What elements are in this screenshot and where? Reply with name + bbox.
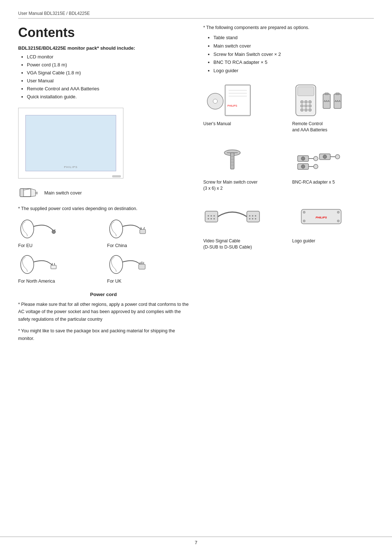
svg-text:AAA: AAA bbox=[324, 99, 330, 103]
cord-china: For China bbox=[107, 216, 189, 248]
left-column: Contents BDL3215E/BDL4225E monitor pack*… bbox=[18, 25, 189, 347]
list-item: User Manual bbox=[27, 77, 189, 85]
svg-point-86 bbox=[337, 211, 339, 213]
accessory-remote: AAA AAA Remote Controland AAA Batteries bbox=[292, 82, 374, 133]
svg-point-80 bbox=[252, 218, 253, 219]
svg-point-42 bbox=[309, 108, 311, 111]
svg-point-41 bbox=[305, 108, 307, 111]
cord-na-icon bbox=[18, 252, 58, 277]
pack-list: LCD monitor Power cord (1.8 m) VGA Signa… bbox=[18, 53, 189, 101]
page-footer: 7 bbox=[0, 537, 392, 545]
svg-point-61 bbox=[323, 155, 327, 159]
accessory-cable-label: Video Signal Cable(D-SUB to D-SUB Cable) bbox=[203, 238, 252, 250]
svg-point-30 bbox=[213, 99, 217, 103]
logo-icon: PHILIPS bbox=[294, 200, 348, 235]
monitor-screen: PHILIPS bbox=[25, 115, 116, 171]
cord-uk: For UK bbox=[107, 252, 189, 284]
svg-point-77 bbox=[252, 215, 253, 217]
svg-rect-69 bbox=[247, 211, 260, 222]
cord-na-label: For North America bbox=[18, 279, 55, 284]
svg-point-34 bbox=[301, 100, 303, 103]
cord-china-icon bbox=[107, 216, 147, 242]
svg-rect-16 bbox=[51, 265, 56, 269]
svg-rect-1 bbox=[20, 189, 24, 197]
cord-eu-icon bbox=[18, 216, 58, 242]
switch-cover-icon bbox=[18, 185, 39, 201]
page-title: Contents bbox=[18, 25, 189, 40]
header-title: User Manual BDL3215E / BDL4225E bbox=[18, 11, 90, 16]
switch-cover-row: Main switch cover bbox=[18, 185, 189, 201]
right-column: * The following components are prepared … bbox=[203, 25, 374, 250]
svg-text:PHILIPS: PHILIPS bbox=[228, 104, 237, 107]
supplied-cord-note: * The supplied power cord varies dependi… bbox=[18, 206, 189, 211]
svg-point-36 bbox=[309, 100, 311, 103]
svg-text:PHILIPS: PHILIPS bbox=[315, 216, 327, 219]
list-item: Screw for Main Switch cover × 2 bbox=[213, 50, 374, 59]
svg-point-35 bbox=[305, 100, 307, 103]
svg-point-37 bbox=[301, 104, 303, 107]
svg-rect-44 bbox=[325, 93, 328, 95]
switch-cover-label: Main switch cover bbox=[44, 190, 82, 196]
list-item: VGA Signal Cable (1.8 m) bbox=[27, 69, 189, 77]
cable-image bbox=[203, 200, 261, 236]
accessory-remote-label: Remote Controland AAA Batteries bbox=[292, 121, 327, 133]
svg-line-21 bbox=[140, 262, 140, 264]
svg-line-23 bbox=[143, 262, 144, 264]
cord-uk-icon bbox=[107, 252, 147, 277]
monitor-brand: PHILIPS bbox=[64, 165, 78, 169]
svg-point-81 bbox=[255, 218, 256, 219]
svg-point-78 bbox=[255, 215, 256, 217]
screw-icon bbox=[205, 142, 260, 176]
svg-point-57 bbox=[301, 157, 305, 160]
logo-image: PHILIPS bbox=[292, 200, 350, 236]
manual-icon: PHILIPS bbox=[205, 83, 260, 118]
bnc-image bbox=[292, 141, 350, 177]
power-cord-note-2: * You might like to save the package box… bbox=[18, 327, 189, 342]
svg-point-74 bbox=[211, 218, 212, 219]
accessory-logo: PHILIPS Logo guider bbox=[292, 200, 374, 250]
cord-uk-label: For UK bbox=[107, 279, 122, 284]
svg-point-40 bbox=[301, 108, 303, 111]
svg-rect-33 bbox=[298, 87, 314, 96]
accessory-manual: PHILIPS User's Manual bbox=[203, 82, 285, 133]
list-item: LCD monitor bbox=[27, 53, 189, 61]
power-cord-title: Power cord bbox=[18, 292, 189, 297]
svg-rect-20 bbox=[139, 264, 145, 269]
accessory-bnc-label: BNC-RCA adapter x 5 bbox=[292, 179, 335, 185]
page-header: User Manual BDL3215E / BDL4225E bbox=[18, 11, 374, 19]
svg-marker-4 bbox=[31, 189, 36, 197]
svg-point-76 bbox=[249, 215, 250, 217]
list-item: BNC TO RCA adapter × 5 bbox=[213, 58, 374, 67]
power-cord-section: Power cord * Please make sure that for a… bbox=[18, 292, 189, 342]
accessory-manual-label: User's Manual bbox=[203, 121, 231, 127]
cord-eu-label: For EU bbox=[18, 243, 33, 248]
cable-icon bbox=[203, 200, 261, 235]
cord-china-label: For China bbox=[107, 243, 127, 248]
monitor-foot bbox=[112, 175, 121, 177]
svg-point-75 bbox=[213, 218, 215, 219]
pack-intro: BDL3215E/BDL4225E monitor pack* should i… bbox=[18, 45, 189, 51]
accessory-bnc: BNC-RCA adapter x 5 bbox=[292, 141, 374, 192]
svg-point-70 bbox=[208, 215, 209, 217]
bnc-icon bbox=[294, 142, 348, 176]
remote-icon: AAA AAA bbox=[294, 83, 348, 118]
svg-point-73 bbox=[208, 218, 209, 219]
svg-line-14 bbox=[144, 227, 144, 229]
svg-point-63 bbox=[335, 155, 340, 159]
svg-rect-25 bbox=[226, 86, 250, 115]
svg-point-59 bbox=[314, 156, 318, 161]
svg-point-71 bbox=[211, 215, 212, 217]
options-note: * The following components are prepared … bbox=[203, 25, 374, 30]
svg-point-8 bbox=[52, 230, 56, 234]
svg-rect-68 bbox=[205, 211, 218, 222]
accessory-logo-label: Logo guider bbox=[292, 238, 315, 244]
svg-point-38 bbox=[305, 104, 307, 107]
accessory-screw: Screw for Main switch cover(3 x 6) x 2 bbox=[203, 141, 285, 192]
power-cord-note-1: * Please make sure that for all other re… bbox=[18, 301, 189, 323]
accessory-cable: Video Signal Cable(D-SUB to D-SUB Cable) bbox=[203, 200, 285, 250]
remote-image: AAA AAA bbox=[292, 82, 350, 119]
accessory-screw-label: Screw for Main switch cover(3 x 6) x 2 bbox=[203, 179, 257, 192]
options-list: Table stand Main switch cover Screw for … bbox=[203, 34, 374, 75]
svg-text:AAA: AAA bbox=[335, 99, 341, 103]
two-col-layout: Contents BDL3215E/BDL4225E monitor pack*… bbox=[18, 25, 374, 347]
